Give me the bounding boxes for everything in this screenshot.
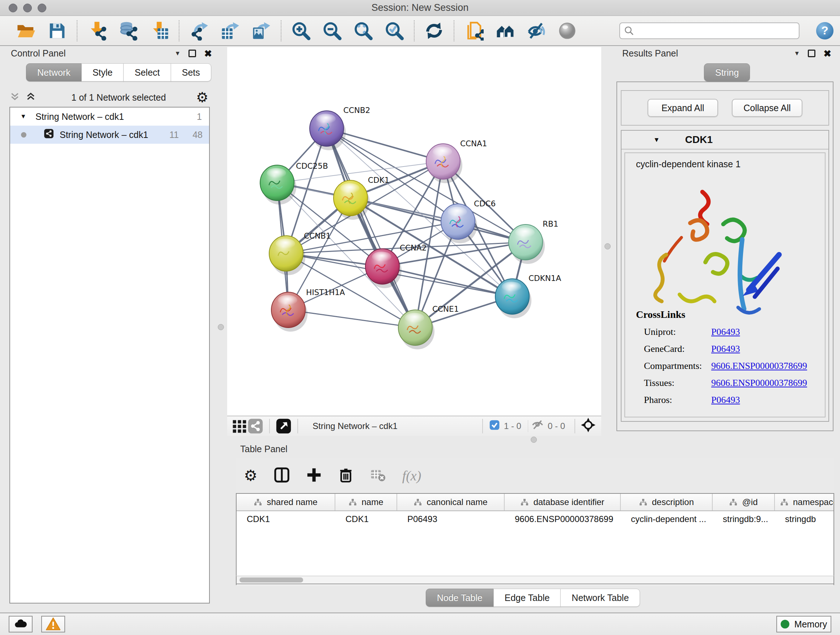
- table-hscrollbar[interactable]: [236, 576, 834, 584]
- crosslink-link[interactable]: P06493: [711, 394, 740, 405]
- column-header-canonical-name[interactable]: canonical name: [397, 494, 505, 510]
- network-node-CDC25B[interactable]: CDC25B: [260, 162, 328, 204]
- fit-selected-crosshair-icon[interactable]: [581, 418, 595, 434]
- help-icon[interactable]: ?: [816, 22, 834, 40]
- table-options-gear-icon[interactable]: ⚙: [244, 468, 257, 483]
- network-node-RB1[interactable]: RB1: [508, 219, 558, 264]
- column-header-database-identifier[interactable]: database identifier: [505, 494, 621, 510]
- tab-string[interactable]: String: [704, 63, 750, 81]
- tab-network-table[interactable]: Network Table: [561, 589, 640, 607]
- network-node-CCNB2[interactable]: CCNB2: [309, 106, 370, 150]
- close-window-button[interactable]: [9, 4, 17, 12]
- collapse-all-button[interactable]: Collapse All: [732, 99, 802, 117]
- column-header-@id[interactable]: @id: [713, 494, 775, 510]
- tab-network[interactable]: Network: [26, 63, 82, 81]
- string-network-graph[interactable]: CCNB2CCNA1CDC25BCDK1CDC6RB1CCNB1CCNA2CDK…: [227, 47, 601, 416]
- network-node-CDKN1A[interactable]: CDKN1A: [495, 274, 561, 318]
- warnings-button[interactable]: [41, 616, 65, 632]
- refresh-icon[interactable]: [424, 21, 444, 41]
- network-node-CCNB1[interactable]: CCNB1: [269, 231, 331, 275]
- table-cell[interactable]: CDK1: [237, 511, 335, 527]
- selected-checkbox-icon[interactable]: [489, 419, 500, 433]
- zoom-window-button[interactable]: [38, 4, 46, 12]
- import-table-icon[interactable]: [149, 21, 169, 41]
- network-edge[interactable]: [327, 128, 415, 328]
- network-node-CDC6[interactable]: CDC6: [441, 199, 496, 243]
- tab-node-table[interactable]: Node Table: [426, 589, 494, 607]
- table-cell[interactable]: stringdb: [775, 511, 834, 527]
- save-icon[interactable]: [47, 21, 67, 41]
- network-node-HIST1H1A[interactable]: HIST1H1A: [271, 288, 345, 332]
- hidden-eye-icon[interactable]: [531, 418, 544, 434]
- tab-edge-table[interactable]: Edge Table: [493, 589, 561, 607]
- table-row[interactable]: CDK1CDK1P064939606.ENSP00000378699cyclin…: [237, 511, 834, 527]
- table-cell[interactable]: stringdb:9...: [713, 511, 775, 527]
- table-cell[interactable]: 9606.ENSP00000378699: [505, 511, 621, 527]
- column-header-shared-name[interactable]: shared name: [237, 494, 335, 510]
- collection-expander-icon[interactable]: ▼: [20, 113, 27, 120]
- open-in-window-icon[interactable]: [276, 418, 292, 434]
- sphere-icon[interactable]: [557, 21, 577, 41]
- tab-style[interactable]: Style: [81, 63, 124, 81]
- network-options-gear-icon[interactable]: ⚙: [196, 90, 208, 104]
- add-column-icon[interactable]: [306, 467, 322, 485]
- network-collection-row[interactable]: ▼ String Network – cdk1 1: [10, 108, 209, 126]
- panel-menu-icon[interactable]: ▼: [174, 50, 180, 57]
- crosslink-link[interactable]: P06493: [711, 326, 740, 337]
- zoom-selected-icon[interactable]: [384, 21, 404, 41]
- gene-card-header[interactable]: ▼ CDK1: [622, 131, 829, 149]
- table-cell[interactable]: cyclin-dependent ...: [621, 511, 713, 527]
- column-header-description[interactable]: description: [621, 494, 713, 510]
- crosslink-link[interactable]: 9606.ENSP00000378699: [711, 378, 807, 388]
- zoom-out-icon[interactable]: [322, 21, 342, 41]
- share-document-icon[interactable]: [464, 21, 484, 41]
- right-splitter-handle[interactable]: [605, 243, 611, 249]
- bottom-splitter-handle[interactable]: [531, 437, 537, 443]
- network-edge[interactable]: [382, 266, 512, 296]
- tab-select[interactable]: Select: [123, 63, 171, 81]
- export-table-icon[interactable]: [220, 21, 240, 41]
- panel-close-icon[interactable]: ✖: [204, 49, 212, 58]
- results-menu-icon[interactable]: ▼: [794, 50, 800, 57]
- expand-all-icon[interactable]: [25, 91, 36, 103]
- memory-button[interactable]: Memory: [776, 616, 831, 632]
- left-splitter-handle[interactable]: [218, 324, 224, 330]
- results-close-icon[interactable]: ✖: [823, 49, 831, 58]
- crosslink-link[interactable]: 9606.ENSP00000378699: [711, 361, 807, 371]
- crosslink-link[interactable]: P06493: [711, 344, 740, 355]
- search-input[interactable]: [619, 22, 799, 39]
- results-float-icon[interactable]: [808, 50, 815, 57]
- column-header-name[interactable]: name: [335, 494, 397, 510]
- export-network-icon[interactable]: [189, 21, 209, 41]
- table-hscrollbar-thumb[interactable]: [240, 578, 303, 583]
- table-cell[interactable]: CDK1: [335, 511, 397, 527]
- hide-labels-icon[interactable]: [526, 21, 546, 41]
- import-database-icon[interactable]: [118, 21, 138, 41]
- zoom-fit-icon[interactable]: [353, 21, 373, 41]
- zoom-in-icon[interactable]: [291, 21, 311, 41]
- collapse-all-icon[interactable]: [9, 91, 20, 103]
- minimize-window-button[interactable]: [23, 4, 32, 12]
- column-header-namespace[interactable]: namespace: [775, 494, 834, 510]
- open-folder-icon[interactable]: [16, 21, 36, 41]
- network-share-icon[interactable]: [248, 418, 264, 434]
- application-window: Session: New Session ? Control Panel ▼ ✖…: [0, 0, 840, 635]
- export-image-icon[interactable]: [251, 21, 271, 41]
- results-panel-tabs: String: [704, 63, 750, 81]
- string-home-icon[interactable]: [495, 21, 515, 41]
- cloud-tasks-button[interactable]: [9, 616, 33, 632]
- gene-expander-icon[interactable]: ▼: [653, 136, 660, 144]
- import-network-icon[interactable]: [87, 21, 107, 41]
- network-canvas[interactable]: CCNB2CCNA1CDC25BCDK1CDC6RB1CCNB1CCNA2CDK…: [227, 47, 601, 416]
- network-edge[interactable]: [351, 198, 526, 242]
- network-node-CCNA1[interactable]: CCNA1: [426, 139, 487, 183]
- expand-all-button[interactable]: Expand All: [647, 99, 718, 117]
- network-row-selected[interactable]: String Network – cdk1 11 48: [10, 126, 209, 144]
- node-table[interactable]: shared namenamecanonical namedatabase id…: [236, 493, 834, 585]
- table-cell[interactable]: P06493: [397, 511, 505, 527]
- panel-float-icon[interactable]: [188, 50, 196, 57]
- tab-sets[interactable]: Sets: [171, 63, 211, 81]
- show-grid-icon[interactable]: [232, 418, 248, 434]
- delete-column-icon[interactable]: [338, 467, 354, 485]
- show-columns-icon[interactable]: [273, 467, 290, 485]
